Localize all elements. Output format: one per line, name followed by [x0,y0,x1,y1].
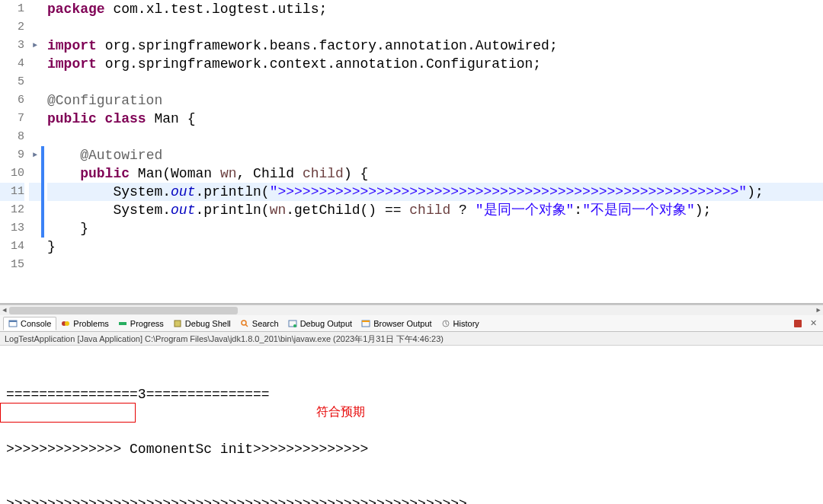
tab-progress[interactable]: Progress [114,317,168,330]
line-number-gutter: 123456789101112131415 [0,0,29,303]
search-icon [240,319,249,328]
console-line: ================3=============== [6,385,817,404]
debug-shell-icon [173,319,182,328]
code-line[interactable]: } [47,219,823,238]
history-icon [441,319,450,328]
problems-icon [61,319,70,328]
code-line[interactable] [47,18,823,37]
tab-console[interactable]: Console [3,317,56,330]
svg-line-7 [245,324,248,327]
tab-debug-shell[interactable]: Debug Shell [168,317,235,330]
scroll-thumb[interactable] [9,307,238,314]
code-line[interactable]: public Man(Woman wn, Child child) { [47,164,823,183]
svg-rect-4 [119,322,126,325]
progress-icon [118,319,127,328]
tab-label: Debug Output [300,319,353,328]
code-line[interactable]: } [47,238,823,256]
svg-rect-5 [175,321,181,327]
tab-label: History [453,319,479,328]
code-editor[interactable]: 123456789101112131415 ►► package com.xl.… [0,0,823,305]
scroll-right-arrow[interactable]: ► [814,305,823,316]
code-line[interactable] [47,256,823,274]
tab-label: Search [252,319,279,328]
code-line[interactable]: import org.springframework.context.annot… [47,55,823,73]
scroll-left-arrow[interactable]: ◄ [0,305,9,316]
code-line[interactable]: @Configuration [47,91,823,110]
code-line[interactable] [47,128,823,146]
tab-problems[interactable]: Problems [56,317,113,330]
console-icon [8,319,18,328]
terminate-button[interactable] [794,320,802,327]
tab-browser-output[interactable]: Browser Output [357,317,436,330]
highlight-box [0,403,136,423]
tab-label: Debug Shell [185,319,231,328]
tab-debug-output[interactable]: Debug Output [283,317,357,330]
tab-history[interactable]: History [437,317,484,330]
code-area[interactable]: package com.xl.test.logtest.utils;import… [44,0,823,303]
code-line[interactable]: @Autowired [47,146,823,164]
debug-output-icon [288,319,297,328]
fold-marker-gutter: ►► [29,0,41,303]
console-output[interactable]: ================3=============== >>>>>>>… [0,346,823,504]
tab-label: Console [21,319,51,328]
svg-rect-1 [9,321,17,322]
code-line[interactable]: System.out.println(wn.getChild() == chil… [47,201,823,219]
bottom-tabbar: Console Problems Progress Debug Shell Se… [0,315,823,332]
close-view-icon[interactable]: ✕ [810,318,817,328]
tab-label: Progress [130,319,164,328]
tab-search[interactable]: Search [235,317,283,330]
annotation-text: 符合预期 [316,403,365,421]
svg-point-3 [65,321,69,326]
browser-output-icon [361,319,370,328]
console-line: >>>>>>>>>>>>>>>>>>>>>>>>>>>>>>>>>>>>>>>>… [6,495,817,504]
code-line[interactable]: package com.xl.test.logtest.utils; [47,0,823,18]
tab-label: Browser Output [373,319,431,328]
launch-description: LogTestApplication [Java Application] C:… [0,332,823,346]
svg-rect-11 [362,321,370,322]
code-line[interactable]: System.out.println(">>>>>>>>>>>>>>>>>>>>… [47,183,823,201]
tab-label: Problems [73,319,108,328]
svg-point-9 [293,324,296,327]
code-line[interactable]: import org.springframework.beans.factory… [47,37,823,55]
code-line[interactable] [47,73,823,91]
editor-horizontal-scrollbar[interactable]: ◄ ► [0,305,823,315]
code-line[interactable]: public class Man { [47,110,823,128]
console-line: >>>>>>>>>>>>>> ComonentSc init>>>>>>>>>>… [6,440,817,458]
